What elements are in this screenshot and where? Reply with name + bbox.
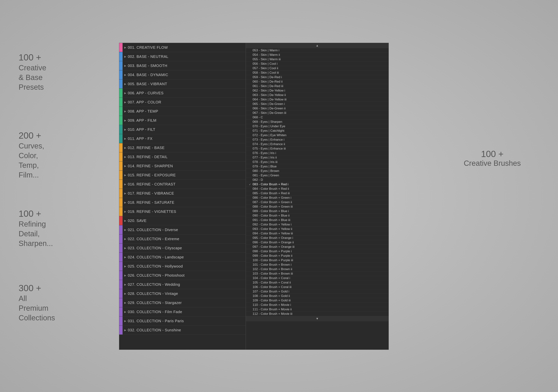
- preset-item[interactable]: ▶021. COLLECTION - Diverse: [119, 225, 246, 235]
- brush-item[interactable]: 109 - Color Brush + Gold iii: [246, 298, 389, 303]
- preset-item[interactable]: ▶024. COLLECTION - Landscape: [119, 253, 246, 262]
- brush-item[interactable]: 101 - Color Brush + Brown i: [246, 262, 389, 267]
- brush-item[interactable]: 079 - Eyes | Blue: [246, 164, 389, 169]
- brush-item[interactable]: 106 - Color Brush + Coral iii: [246, 285, 389, 289]
- preset-item[interactable]: ▶031. COLLECTION - Paris Paris: [119, 316, 246, 326]
- preset-item[interactable]: ▶013. REFINE - DETAIL: [119, 152, 246, 161]
- brush-item[interactable]: 093 - Color Brush + Yellow ii: [246, 227, 389, 231]
- preset-item[interactable]: ▶011. APP - FX: [119, 134, 246, 143]
- brush-item[interactable]: 075 - Eyes | Enhance iii: [246, 146, 389, 151]
- brush-item[interactable]: 090 - Color Brush + Blue ii: [246, 213, 389, 218]
- brush-item[interactable]: 071 - Eyes | Catchlight: [246, 129, 389, 133]
- brush-item[interactable]: 074 - Eyes | Enhance ii: [246, 142, 389, 146]
- brush-item[interactable]: 066 - Skin | De-Green ii: [246, 106, 389, 111]
- brush-item[interactable]: 108 - Color Brush + Gold ii: [246, 294, 389, 298]
- preset-item[interactable]: ▶016. REFINE - CONTRAST: [119, 180, 246, 189]
- brush-item[interactable]: 073 - Eyes | Enhance i: [246, 138, 389, 142]
- brush-item[interactable]: 110 - Color Brush + Movie i: [246, 303, 389, 307]
- preset-item[interactable]: ▶020. SAVE: [119, 216, 246, 225]
- brush-item[interactable]: 104 - Color Brush + Coral i: [246, 276, 389, 280]
- scroll-up-arrow[interactable]: ▲: [246, 43, 389, 48]
- preset-item[interactable]: ▶023. COLLECTION - Cityscape: [119, 244, 246, 253]
- brush-item[interactable]: 096 - Color Brush + Orange ii: [246, 240, 389, 245]
- brush-item[interactable]: 057 - Skin | Cool ii: [246, 66, 389, 70]
- side-label-300: 300 + All Premium Collections: [19, 283, 55, 322]
- preset-item[interactable]: ▶009. APP - FILM: [119, 116, 246, 125]
- preset-item[interactable]: ▶019. REFINE - VIGNETTES: [119, 207, 246, 216]
- brush-item[interactable]: 063 - Skin | De-Yellow ii: [246, 93, 389, 97]
- brush-item[interactable]: 111 - Color Brush + Movie ii: [246, 307, 389, 312]
- preset-item[interactable]: ▶003. BASE - SMOOTH: [119, 61, 246, 70]
- brush-item[interactable]: 088 - Color Brush + Green iii: [246, 204, 389, 209]
- preset-item[interactable]: ▶028. COLLECTION - Vintage: [119, 289, 246, 298]
- preset-item[interactable]: ▶022. COLLECTION - Extreme: [119, 235, 246, 244]
- brush-item[interactable]: 053 - Skin | Warm i: [246, 48, 389, 53]
- brush-item[interactable]: 065 - Skin | De-Green i: [246, 102, 389, 106]
- brush-item[interactable]: 099 - Color Brush + Purple ii: [246, 253, 389, 258]
- brush-item[interactable]: 086 - Color Brush + Green i: [246, 196, 389, 200]
- brush-item[interactable]: 059 - Skin | De-Red i: [246, 75, 389, 79]
- brush-item[interactable]: 112 - Color Brush + Movie iii: [246, 312, 389, 316]
- preset-item[interactable]: ▶012. REFINE - BASE: [119, 143, 246, 152]
- preset-item[interactable]: ▶002. BASE - NEUTRAL: [119, 52, 246, 61]
- preset-item[interactable]: ▶029. COLLECTION - Stargazer: [119, 298, 246, 307]
- brush-item[interactable]: 095 - Color Brush + Orange i: [246, 236, 389, 240]
- brush-item[interactable]: 058 - Skin | Cool iii: [246, 70, 389, 75]
- brush-item[interactable]: 076 - Eyes | Iris i: [246, 151, 389, 155]
- brush-item[interactable]: 060 - Skin | De-Red ii: [246, 79, 389, 84]
- brush-item[interactable]: 082 - D: [246, 178, 389, 182]
- preset-item[interactable]: ▶010. APP - FILT: [119, 125, 246, 134]
- brush-item[interactable]: 068 - C: [246, 115, 389, 120]
- brush-item[interactable]: 072 - Eyes | Eye Whiten: [246, 133, 389, 138]
- brush-item[interactable]: 107 - Color Brush + Gold i: [246, 289, 389, 294]
- brush-item[interactable]: 100 - Color Brush + Purple iii: [246, 258, 389, 262]
- preset-item[interactable]: ▶018. REFINE - SATURATE: [119, 198, 246, 207]
- brush-item[interactable]: 055 - Skin | Warm iii: [246, 57, 389, 61]
- play-icon: ▶: [122, 189, 128, 198]
- brush-item[interactable]: 080 - Eyes | Brown: [246, 169, 389, 173]
- preset-item[interactable]: ▶026. COLLECTION - Photoshoot: [119, 271, 246, 280]
- preset-item[interactable]: ▶017. REFINE - VIBRANCE: [119, 189, 246, 198]
- brush-item[interactable]: 084 - Color Brush + Red ii: [246, 187, 389, 191]
- brush-item[interactable]: 098 - Color Brush + Purple i: [246, 249, 389, 253]
- color-bar: [119, 316, 122, 325]
- brush-item[interactable]: 062 - Skin | De-Yellow i: [246, 88, 389, 93]
- preset-item[interactable]: ▶032. COLLECTION - Sunshine: [119, 326, 246, 335]
- preset-item[interactable]: ▶006. APP - CURVES: [119, 88, 246, 98]
- brush-item[interactable]: 103 - Color Brush + Brown iii: [246, 271, 389, 276]
- brush-item[interactable]: 077 - Eyes | Iris ii: [246, 155, 389, 160]
- preset-item[interactable]: ▶015. REFINE - EXPOSURE: [119, 171, 246, 180]
- preset-item[interactable]: ▶008. APP - TEMP: [119, 107, 246, 116]
- brush-item[interactable]: 087 - Color Brush + Green ii: [246, 200, 389, 204]
- preset-item[interactable]: ▶030. COLLECTION - Film Fade: [119, 307, 246, 316]
- brush-item[interactable]: 091 - Color Brush + Blue iii: [246, 218, 389, 222]
- brush-item[interactable]: 092 - Color Brush + Yellow i: [246, 222, 389, 227]
- preset-item[interactable]: ▶014. REFINE - SHARPEN: [119, 161, 246, 171]
- preset-item[interactable]: ▶027. COLLECTION - Wedding: [119, 280, 246, 289]
- brush-item[interactable]: 061 - Skin | De-Red iii: [246, 84, 389, 88]
- preset-item[interactable]: ▶004. BASE - DYNAMIC: [119, 70, 246, 79]
- play-icon: ▶: [122, 253, 128, 262]
- brush-item[interactable]: 085 - Color Brush + Red iii: [246, 191, 389, 196]
- brush-item[interactable]: ✓083 - Color Brush + Red i: [246, 182, 389, 187]
- brush-item[interactable]: 069 - Eyes | Sharpen: [246, 120, 389, 124]
- preset-item[interactable]: ▶001. CREATIVE FLOW: [119, 43, 246, 52]
- preset-item[interactable]: ▶025. COLLECTION - Hollywood: [119, 262, 246, 271]
- brush-item[interactable]: 097 - Color Brush + Orange iii: [246, 245, 389, 249]
- brush-item[interactable]: 102 - Color Brush + Brown ii: [246, 267, 389, 271]
- brush-item[interactable]: 067 - Skin | De-Green iii: [246, 111, 389, 115]
- preset-item[interactable]: ▶005. BASE - VIBRANT: [119, 79, 246, 88]
- brush-item[interactable]: 081 - Eyes | Green: [246, 173, 389, 178]
- brush-item[interactable]: 054 - Skin | Warm ii: [246, 53, 389, 57]
- brush-name: 109 - Color Brush + Gold iii: [253, 299, 291, 302]
- preset-name: 006. APP - CURVES: [128, 91, 164, 95]
- brush-item[interactable]: 078 - Eyes | Iris iii: [246, 160, 389, 164]
- scroll-down-arrow[interactable]: ▼: [246, 316, 389, 321]
- preset-item[interactable]: ▶007. APP - COLOR: [119, 98, 246, 107]
- brush-item[interactable]: 064 - Skin | De-Yellow iii: [246, 97, 389, 102]
- brush-item[interactable]: 094 - Color Brush + Yellow iii: [246, 231, 389, 236]
- brush-item[interactable]: 056 - Skin | Cool i: [246, 61, 389, 66]
- brush-item[interactable]: 070 - Eyes | Under Eye: [246, 124, 389, 129]
- brush-item[interactable]: 105 - Color Brush + Coral ii: [246, 280, 389, 285]
- brush-item[interactable]: 089 - Color Brush + Blue i: [246, 209, 389, 213]
